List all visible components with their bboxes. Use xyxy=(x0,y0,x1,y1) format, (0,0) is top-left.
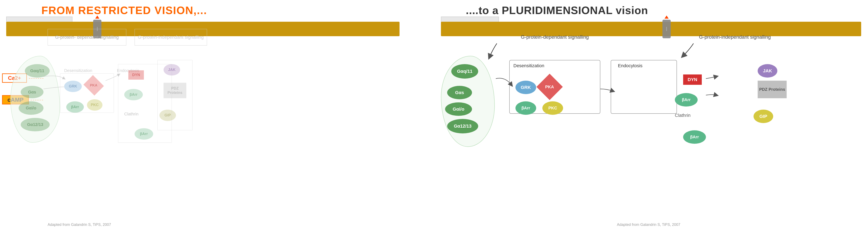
node-gaio-left: Gαi/o xyxy=(19,101,43,115)
gindep-section-label-right: G-protein-independant signalling xyxy=(695,34,774,40)
node-gas-left: Gαs xyxy=(21,86,43,98)
node-barr2-right: βArr xyxy=(675,93,698,106)
node-barr-right: βArr xyxy=(516,101,536,115)
node-pdz-right: PDZ Proteins xyxy=(758,81,787,98)
left-panel: FROM RESTRICTED VISION,... G-protein- de… xyxy=(0,0,427,230)
node-ga1213-left: Gα12/13 xyxy=(21,118,50,131)
node-gip-right: GIP xyxy=(753,110,773,123)
right-title: ....to a PLURIDIMENSIONAL vision xyxy=(466,4,648,17)
node-ga1213-right: Gα12/13 xyxy=(447,119,478,133)
gdep-section-label-right: G-protein-dependant signalling xyxy=(505,34,604,40)
receptor-right xyxy=(660,15,673,39)
desens-outline-left xyxy=(60,73,114,113)
attribution-right: Adapted from Galandrin S, TiPS, 2007 xyxy=(617,223,680,227)
gprotein-indep-label-left: G-protein-independant signalling xyxy=(134,29,207,45)
gprotein-dep-label-left: G-protein- dependant signalling xyxy=(48,29,126,45)
membrane-bar-right xyxy=(441,22,861,36)
node-gas-right: Gαs xyxy=(447,86,472,99)
svg-marker-4 xyxy=(664,15,669,19)
left-title: FROM RESTRICTED VISION,... xyxy=(41,4,207,17)
node-grk-right: GRK xyxy=(516,81,536,94)
node-pkc-right: PKC xyxy=(542,101,563,115)
endocyt-title-right: Endocytosis xyxy=(618,63,643,68)
node-dyn-right: DYN xyxy=(683,74,702,85)
node-barr3-right: βArr xyxy=(683,130,706,144)
attribution-left: Adapted from Galandrin S, TiPS, 2007 xyxy=(48,223,111,227)
desens-title-right: Desensitization xyxy=(514,63,544,68)
desens-label-left: Desensitization xyxy=(64,68,92,73)
node-gaq11-right: Gαq/11 xyxy=(451,64,478,78)
node-jak-right: JAK xyxy=(758,64,777,77)
indep-outline-left xyxy=(157,60,192,130)
svg-marker-1 xyxy=(95,15,99,19)
node-gaq11-left: Gαq/11 xyxy=(25,64,50,77)
node-clathrin-right: Clathrin xyxy=(675,113,690,118)
right-panel: ....to a PLURIDIMENSIONAL vision G-prote… xyxy=(435,0,868,230)
node-pka-right: PKA xyxy=(540,77,559,96)
node-gaio-right: Gαi/o xyxy=(445,102,472,116)
